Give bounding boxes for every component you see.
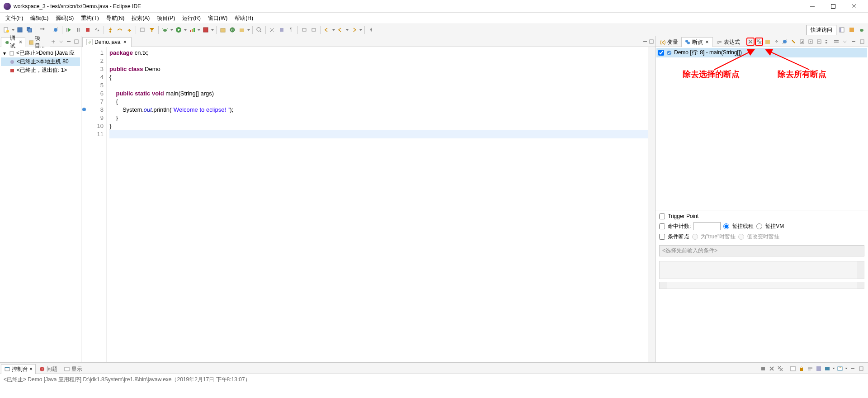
add-exception-button[interactable]: J bbox=[798, 38, 806, 46]
breakpoint-item[interactable]: Demo [行: 8] - main(String[]) bbox=[656, 48, 867, 57]
remove-all-breakpoints-button[interactable] bbox=[755, 38, 763, 46]
link-button[interactable] bbox=[789, 38, 797, 46]
editor-body[interactable]: 1234567891011 package cn.tx; public clas… bbox=[81, 47, 655, 398]
console-clear-button[interactable] bbox=[789, 365, 797, 373]
back-drop[interactable] bbox=[345, 25, 349, 34]
quick-access-button[interactable]: 快速访问 bbox=[807, 25, 836, 35]
working-sets-button[interactable] bbox=[832, 38, 840, 46]
view-collapse-button[interactable] bbox=[50, 38, 57, 45]
minimize-button[interactable] bbox=[802, 0, 823, 13]
tab-expressions[interactable]: x= 表达式 bbox=[713, 37, 743, 47]
breakpoint-strip[interactable] bbox=[81, 47, 89, 398]
skip-breakpoints-button[interactable] bbox=[51, 25, 60, 34]
step-into-button[interactable] bbox=[106, 25, 115, 34]
tab-console[interactable]: 控制台 × bbox=[1, 364, 36, 374]
ext-drop[interactable] bbox=[211, 25, 214, 34]
condition-textarea[interactable] bbox=[659, 261, 864, 279]
view-min-button[interactable] bbox=[849, 38, 858, 46]
tab-display[interactable]: 显示 bbox=[61, 364, 85, 374]
view-min-button[interactable] bbox=[65, 38, 72, 45]
menu-file[interactable]: 文件(F) bbox=[2, 13, 27, 24]
new-class-button[interactable]: C bbox=[228, 25, 237, 34]
console-scroll-lock-button[interactable] bbox=[797, 365, 806, 373]
menu-window[interactable]: 窗口(W) bbox=[204, 13, 231, 24]
annotation-prev-button[interactable] bbox=[300, 25, 309, 34]
editor-min-button[interactable] bbox=[642, 39, 648, 44]
editor-scrollbar-v[interactable] bbox=[648, 47, 655, 398]
terminate-button[interactable] bbox=[83, 25, 92, 34]
view-menu-button[interactable] bbox=[841, 38, 849, 46]
menu-navigate[interactable]: 导航(N) bbox=[103, 13, 128, 24]
search-button[interactable] bbox=[255, 25, 264, 34]
scroll-right-arrow[interactable] bbox=[857, 282, 864, 289]
console-display-drop[interactable] bbox=[832, 364, 835, 373]
whitespace-button[interactable]: ¶ bbox=[287, 25, 296, 34]
external-tools-button[interactable] bbox=[201, 25, 210, 34]
debug-perspective-button[interactable] bbox=[857, 25, 866, 34]
java-perspective-button[interactable] bbox=[847, 25, 856, 34]
conditional-checkbox[interactable] bbox=[659, 234, 665, 240]
tab-project[interactable]: 项目... bbox=[25, 37, 50, 47]
coverage-drop[interactable] bbox=[197, 25, 201, 34]
group-by-button[interactable] bbox=[824, 38, 832, 46]
disconnect-button[interactable] bbox=[93, 25, 102, 34]
show-supported-button[interactable] bbox=[764, 38, 772, 46]
view-menu-button[interactable] bbox=[57, 38, 65, 45]
console-open-button[interactable] bbox=[836, 365, 844, 373]
console-removeall-button[interactable] bbox=[776, 365, 784, 373]
menu-refactor[interactable]: 重构(T) bbox=[77, 13, 102, 24]
editor-tab-demo[interactable]: Demo.java × bbox=[82, 37, 132, 47]
hit-count-input[interactable] bbox=[693, 222, 721, 230]
collapse-all-button[interactable] bbox=[815, 38, 823, 46]
forward-button[interactable] bbox=[349, 25, 359, 34]
drop-frame-button[interactable] bbox=[138, 25, 147, 34]
last-edit-button[interactable] bbox=[322, 25, 331, 34]
code-area[interactable]: package cn.tx; public class Demo{ public… bbox=[107, 47, 648, 398]
run-drop[interactable] bbox=[184, 25, 187, 34]
tab-breakpoints[interactable]: 断点 × bbox=[681, 37, 713, 47]
hit-count-checkbox[interactable] bbox=[659, 223, 665, 229]
breakpoints-list[interactable]: Demo [行: 8] - main(String[]) 除去选择的断点 除去所… bbox=[656, 47, 868, 210]
console-wordwrap-button[interactable] bbox=[806, 365, 814, 373]
menu-help[interactable]: 帮助(H) bbox=[231, 13, 257, 24]
open-perspective-button[interactable] bbox=[837, 25, 846, 34]
condition-hscroll[interactable] bbox=[659, 282, 864, 289]
menu-search[interactable]: 搜索(A) bbox=[128, 13, 153, 24]
debug-drop[interactable] bbox=[170, 25, 174, 34]
expand-icon[interactable]: ▾ bbox=[2, 51, 7, 56]
new-drop[interactable] bbox=[11, 25, 15, 34]
console-terminate-button[interactable] bbox=[759, 365, 767, 373]
suspend-vm-radio[interactable] bbox=[756, 223, 762, 229]
editor-max-button[interactable] bbox=[649, 39, 654, 44]
tab-problems[interactable]: ! 问题 bbox=[36, 364, 61, 374]
view-max-button[interactable] bbox=[858, 38, 866, 46]
debug-tree[interactable]: ▾ <已终止>Demo [Java 应 <已终止>本地主机 80 <已终止，退出… bbox=[0, 47, 81, 398]
goto-file-button[interactable] bbox=[772, 38, 780, 46]
condition-dropdown[interactable]: <选择先前输入的条件> bbox=[659, 245, 864, 256]
save-button[interactable] bbox=[15, 25, 24, 34]
remove-selected-breakpoint-button[interactable] bbox=[746, 38, 755, 46]
step-filter-button[interactable] bbox=[147, 25, 156, 34]
menu-project[interactable]: 项目(P) bbox=[153, 13, 179, 24]
new-package-button[interactable] bbox=[218, 25, 227, 34]
console-min-button[interactable] bbox=[849, 365, 857, 373]
close-icon[interactable]: × bbox=[29, 366, 33, 372]
close-icon[interactable]: × bbox=[122, 39, 127, 45]
new-button[interactable] bbox=[2, 25, 11, 34]
annotation-next-button[interactable] bbox=[309, 25, 318, 34]
tree-node-exit[interactable]: <已终止，退出值: 1> bbox=[1, 66, 80, 75]
close-icon[interactable]: × bbox=[19, 39, 22, 45]
close-icon[interactable]: × bbox=[704, 39, 710, 45]
resume-button[interactable] bbox=[64, 25, 73, 34]
run-button[interactable] bbox=[174, 25, 183, 34]
skip-all-button[interactable] bbox=[781, 38, 789, 46]
scrollbar-v[interactable] bbox=[857, 261, 864, 279]
step-return-button[interactable] bbox=[125, 25, 134, 34]
console-remove-button[interactable] bbox=[768, 365, 776, 373]
open-type-button[interactable] bbox=[237, 25, 246, 34]
menu-source[interactable]: 源码(S) bbox=[52, 13, 77, 24]
toggle-mark-button[interactable] bbox=[268, 25, 277, 34]
suspend-thread-radio[interactable] bbox=[723, 223, 729, 229]
back-button[interactable] bbox=[336, 25, 345, 34]
trigger-point-checkbox[interactable] bbox=[659, 213, 665, 219]
